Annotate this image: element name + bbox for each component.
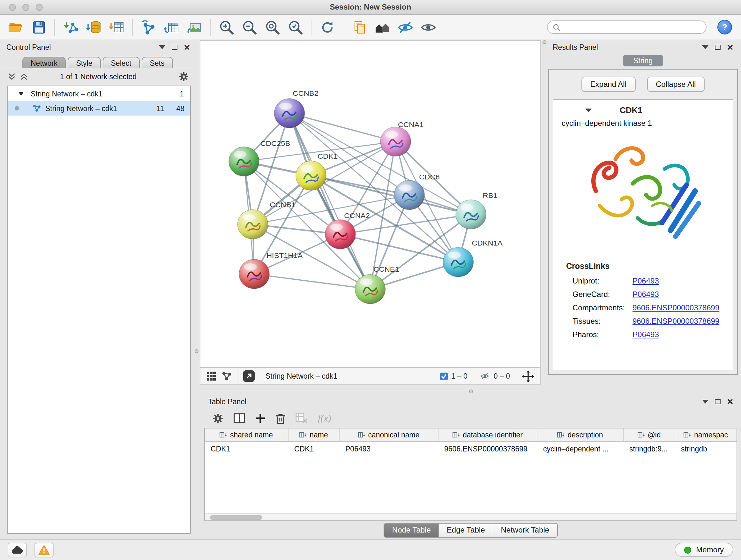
compartments-link[interactable]: 9606.ENSP00000378699 bbox=[632, 303, 719, 312]
hidden-eye-icon[interactable] bbox=[480, 372, 490, 381]
grid-view-icon[interactable] bbox=[206, 371, 216, 381]
hide-selected-button[interactable] bbox=[396, 18, 414, 37]
tab-network[interactable]: Network bbox=[22, 57, 66, 68]
tab-sets[interactable]: Sets bbox=[141, 57, 173, 68]
pan-move-icon[interactable] bbox=[522, 370, 534, 382]
table-panel-collapse-button[interactable] bbox=[702, 400, 709, 403]
tab-node-table[interactable]: Node Table bbox=[384, 523, 439, 537]
network-node-ccnb2[interactable]: CCNB2 bbox=[274, 89, 319, 128]
string-result-entry: CDK1 cyclin–dependent kinase 1 bbox=[553, 99, 733, 370]
import-table-button[interactable] bbox=[107, 18, 126, 37]
gear-icon[interactable] bbox=[179, 71, 189, 82]
collapse-all-icon[interactable] bbox=[8, 73, 16, 80]
zoom-selected-button[interactable] bbox=[286, 18, 305, 37]
cell-canonical-name[interactable]: P06493 bbox=[340, 442, 439, 455]
control-panel-title: Control Panel bbox=[6, 44, 51, 51]
apply-layout-button[interactable] bbox=[318, 18, 336, 37]
column-header[interactable]: canonical name bbox=[340, 428, 439, 441]
table-settings-button[interactable] bbox=[212, 413, 223, 424]
cell-description[interactable]: cyclin–dependent ... bbox=[537, 442, 623, 455]
new-network-button[interactable] bbox=[139, 18, 158, 37]
table-panel-close-button[interactable] bbox=[727, 398, 733, 405]
expand-all-button[interactable]: Expand All bbox=[582, 77, 635, 92]
search-field[interactable] bbox=[547, 20, 706, 34]
results-panel-close-button[interactable] bbox=[727, 44, 733, 51]
tab-edge-table[interactable]: Edge Table bbox=[439, 523, 493, 537]
maximize-window-button[interactable] bbox=[36, 3, 43, 10]
network-row-selected[interactable]: String Network – cdk1 11 48 bbox=[8, 101, 190, 116]
column-header[interactable]: name bbox=[288, 428, 340, 441]
minimize-window-button[interactable] bbox=[22, 3, 29, 10]
clone-network-button[interactable] bbox=[162, 18, 181, 37]
select-columns-button[interactable] bbox=[233, 413, 245, 423]
network-edge[interactable] bbox=[254, 274, 370, 289]
cell-shared-name[interactable]: CDK1 bbox=[205, 442, 288, 455]
horizontal-scrollbar[interactable] bbox=[205, 513, 737, 520]
selected-checkbox-icon[interactable] bbox=[440, 372, 448, 380]
column-header[interactable]: namespac bbox=[675, 428, 737, 441]
results-panel-collapse-button[interactable] bbox=[702, 45, 709, 49]
open-session-button[interactable] bbox=[6, 18, 25, 37]
tab-style[interactable]: Style bbox=[68, 57, 100, 68]
column-header[interactable]: description bbox=[537, 428, 623, 441]
save-session-button[interactable] bbox=[29, 18, 48, 37]
tab-network-table[interactable]: Network Table bbox=[493, 523, 558, 537]
tissues-link[interactable]: 9606.ENSP00000378699 bbox=[632, 316, 719, 325]
home-button[interactable] bbox=[373, 18, 391, 37]
network-node-ccnb1[interactable]: CCNB1 bbox=[238, 201, 295, 239]
export-view-icon[interactable] bbox=[243, 370, 255, 382]
new-view-button[interactable] bbox=[185, 18, 204, 37]
network-collection-row[interactable]: String Network – cdk1 1 bbox=[8, 86, 190, 101]
cell-database-identifier[interactable]: 9606.ENSP00000378699 bbox=[439, 442, 537, 455]
zoom-fit-button[interactable] bbox=[263, 18, 281, 37]
table-panel-float-button[interactable] bbox=[715, 399, 721, 404]
import-network-file-button[interactable] bbox=[61, 18, 80, 37]
network-node-cdc6[interactable]: CDC6 bbox=[394, 173, 440, 209]
column-header[interactable]: shared name bbox=[205, 428, 288, 441]
pharos-link[interactable]: P06493 bbox=[632, 330, 659, 339]
zoom-out-button[interactable] bbox=[240, 18, 259, 37]
network-node-rb1[interactable]: RB1 bbox=[456, 191, 497, 229]
scrollbar-thumb[interactable] bbox=[210, 515, 262, 520]
control-panel-collapse-button[interactable] bbox=[159, 45, 165, 49]
expand-all-icon[interactable] bbox=[20, 73, 28, 80]
network-node-hist1h1a[interactable]: HIST1H1A bbox=[239, 251, 303, 289]
zoom-in-button[interactable] bbox=[217, 18, 235, 37]
disclosure-triangle-icon[interactable] bbox=[18, 91, 23, 96]
vertical-splitter[interactable] bbox=[195, 40, 200, 539]
network-edge[interactable] bbox=[289, 113, 370, 289]
network-canvas[interactable]: CCNB2CCNA1CDC25BCDK1CDC6RB1CCNB1CCNA2CDK… bbox=[200, 41, 540, 367]
delete-table-button-disabled bbox=[295, 413, 308, 423]
help-button[interactable]: ? bbox=[718, 20, 732, 35]
network-overview-icon[interactable] bbox=[221, 371, 232, 381]
cell-id[interactable]: stringdb:9... bbox=[623, 442, 675, 455]
control-panel-float-button[interactable] bbox=[172, 45, 178, 50]
genecard-link[interactable]: P06493 bbox=[632, 290, 659, 299]
cell-name[interactable]: CDK1 bbox=[288, 442, 340, 455]
add-column-button[interactable] bbox=[255, 413, 266, 423]
memory-button[interactable]: Memory bbox=[674, 543, 733, 557]
clipboard-button[interactable] bbox=[350, 18, 368, 37]
horizontal-splitter[interactable] bbox=[200, 389, 738, 395]
import-network-database-button[interactable] bbox=[84, 18, 103, 37]
delete-column-button[interactable] bbox=[276, 413, 285, 424]
cell-namespace[interactable]: stringdb bbox=[675, 442, 737, 455]
entry-disclosure-icon[interactable] bbox=[585, 108, 592, 112]
uniprot-link[interactable]: P06493 bbox=[632, 276, 659, 285]
warnings-button[interactable] bbox=[35, 543, 54, 557]
close-window-button[interactable] bbox=[9, 3, 16, 10]
tab-string[interactable]: String bbox=[623, 55, 663, 66]
tab-select[interactable]: Select bbox=[103, 57, 140, 68]
show-all-button[interactable] bbox=[419, 18, 437, 37]
table-row[interactable]: CDK1 CDK1 P06493 9606.ENSP00000378699 cy… bbox=[205, 442, 737, 455]
network-node-cdkn1a[interactable]: CDKN1A bbox=[443, 239, 502, 277]
network-node-cdk1[interactable]: CDK1 bbox=[296, 152, 338, 190]
cloud-button[interactable] bbox=[8, 543, 27, 557]
network-node-ccna1[interactable]: CCNA1 bbox=[381, 120, 423, 156]
control-panel-close-button[interactable] bbox=[184, 44, 190, 51]
column-header[interactable]: @id bbox=[623, 428, 675, 441]
column-header[interactable]: database identifier bbox=[439, 428, 537, 441]
search-input[interactable] bbox=[563, 23, 701, 32]
results-panel-float-button[interactable] bbox=[715, 45, 721, 50]
collapse-all-button[interactable]: Collapse All bbox=[647, 77, 704, 92]
